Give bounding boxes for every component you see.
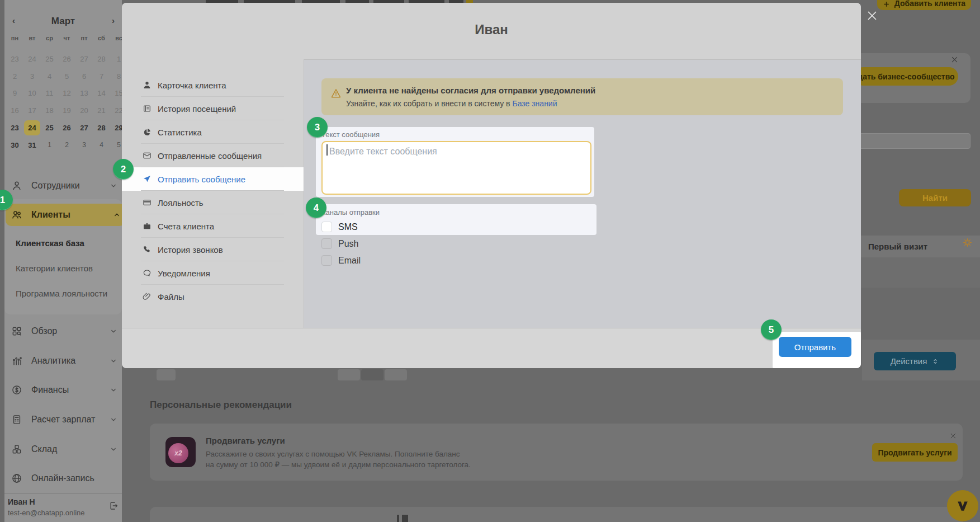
sidebar-nav-item[interactable]: Склад	[4, 434, 122, 464]
sidebar-submenu-item[interactable]: Категории клиентов	[4, 256, 122, 281]
sms-checkbox[interactable]	[321, 222, 332, 232]
modal-menu-item[interactable]: Карточка клиента	[122, 73, 304, 97]
modal-menu-item[interactable]: Статистика	[122, 120, 304, 144]
calendar-day[interactable]: 26	[58, 50, 75, 68]
vk-ads-icon: x2	[165, 437, 196, 467]
modal-menu-item[interactable]: Счета клиента	[122, 214, 304, 238]
gear-icon[interactable]	[963, 238, 972, 247]
email-checkbox[interactable]	[321, 255, 332, 266]
modal-menu-item[interactable]: Отправленные сообщения	[122, 144, 304, 167]
modal-menu-item[interactable]: Лояльность	[122, 191, 304, 214]
sidebar-nav-item[interactable]: Финансы	[4, 375, 122, 405]
knowledge-base-link[interactable]: Базе знаний	[512, 99, 557, 108]
modal-close-icon[interactable]	[865, 9, 879, 22]
page-cell[interactable]	[385, 369, 407, 380]
close-icon[interactable]	[949, 432, 957, 440]
calendar-day[interactable]: 7	[93, 68, 110, 85]
calendar-day[interactable]: 10	[23, 85, 41, 102]
find-button[interactable]: Найти	[899, 189, 971, 206]
calendar-day[interactable]: 27	[75, 50, 93, 68]
calendar-day[interactable]: 24	[23, 119, 41, 137]
sidebar-submenu-item[interactable]: Клиентская база	[4, 231, 122, 256]
calendar-day[interactable]: 14	[93, 85, 110, 102]
calendar-day[interactable]: 4	[93, 137, 110, 154]
sidebar-nav-item[interactable]: Клиенты	[6, 204, 125, 226]
calendar-day[interactable]: 21	[93, 102, 110, 119]
calendar-day[interactable]: 25	[41, 50, 58, 68]
calendar-day[interactable]: 26	[58, 119, 75, 137]
client-search-input[interactable]	[854, 133, 970, 149]
create-community-button[interactable]: дать бизнес-сообщество	[854, 67, 958, 86]
promo-card-text: Расскажите о своих услугах с помощью VK …	[206, 450, 460, 458]
modal-menu-item[interactable]: История звонков	[122, 238, 304, 261]
calendar-weekday: сб	[93, 35, 110, 44]
x2-badge: x2	[168, 443, 188, 463]
sidebar-nav-item[interactable]: Расчет зарплат	[4, 405, 122, 435]
pagination[interactable]	[338, 369, 407, 380]
calendar-day[interactable]: 16	[6, 102, 23, 119]
calendar-day[interactable]: 13	[75, 85, 93, 102]
modal-menu-item[interactable]: История посещений	[122, 97, 304, 120]
people-icon	[11, 209, 22, 220]
calendar-day[interactable]: 28	[93, 50, 110, 68]
calendar-day[interactable]: 20	[75, 102, 93, 119]
calendar-day[interactable]: 30	[6, 137, 23, 154]
calendar-day[interactable]: 1	[41, 137, 58, 154]
calendar-day[interactable]: 31	[23, 137, 41, 154]
chevron-icon	[113, 211, 121, 219]
push-checkbox[interactable]	[321, 238, 332, 249]
calendar-day[interactable]: 2	[58, 137, 75, 154]
sidebar-nav-item[interactable]: Обзор	[4, 317, 122, 346]
close-icon[interactable]	[950, 55, 959, 64]
sidebar-nav-item[interactable]: Аналитика	[4, 346, 122, 376]
calendar-prev-button[interactable]: ‹	[12, 16, 15, 25]
user-name: Иван Н	[8, 497, 35, 506]
calendar-day[interactable]: 6	[75, 68, 93, 85]
calendar-day[interactable]: 18	[41, 102, 58, 119]
calendar-day[interactable]: 5	[58, 68, 75, 85]
calendar-weekday: ср	[41, 35, 58, 44]
sidebar-nav-item[interactable]: Онлайн-запись	[4, 464, 122, 493]
calendar-day[interactable]: 24	[23, 50, 41, 68]
warning-text: Узнайте, как их собрать и внести в систе…	[346, 99, 557, 108]
calendar-day[interactable]: 9	[6, 85, 23, 102]
chat-widget-button[interactable]	[947, 490, 978, 521]
modal-menu-item[interactable]: Отправить сообщение	[122, 167, 304, 191]
sidebar-submenu-item[interactable]: Программа лояльности	[4, 281, 122, 306]
add-client-button[interactable]: Добавить клиента	[877, 0, 971, 10]
promote-services-button[interactable]: Продвигать услуги	[872, 443, 958, 462]
calendar-day[interactable]: 4	[41, 68, 58, 85]
modal-footer	[122, 328, 861, 368]
calendar-day[interactable]: 23	[6, 119, 23, 137]
calendar-day[interactable]: 23	[6, 50, 23, 68]
calendar-day[interactable]: 28	[93, 119, 110, 137]
calendar-day[interactable]: 3	[23, 68, 41, 85]
sidebar-nav-bottom: Обзор Аналитика Финансы Расчет зарплат С…	[4, 317, 122, 493]
calendar-day[interactable]: 12	[58, 85, 75, 102]
modal-menu-item[interactable]: Файлы	[122, 285, 304, 308]
send-button[interactable]: Отправить	[779, 337, 851, 357]
calendar-day[interactable]: 2	[6, 68, 23, 85]
modal-menu-item[interactable]: Уведомления	[122, 261, 304, 285]
actions-button[interactable]: Действия	[874, 352, 956, 370]
calendar-next-button[interactable]: ›	[112, 16, 115, 25]
calendar-weekday: чт	[58, 35, 75, 44]
calendar-day[interactable]: 25	[41, 119, 58, 137]
calendar-day[interactable]: 17	[23, 102, 41, 119]
calendar-day[interactable]: 27	[75, 119, 93, 137]
sidebar-nav-item[interactable]: Сотрудники	[4, 172, 122, 199]
sms-label[interactable]: SMS	[338, 222, 358, 232]
calendar-day[interactable]: 3	[75, 137, 93, 154]
calendar-day[interactable]: 19	[58, 102, 75, 119]
coin-icon	[11, 384, 22, 396]
logout-icon[interactable]	[108, 501, 119, 511]
message-textarea[interactable]	[321, 141, 591, 195]
page-size-box[interactable]	[157, 369, 176, 380]
push-label[interactable]: Push	[338, 239, 358, 249]
channels-label: Каналы отправки	[321, 208, 380, 217]
page-cell-active[interactable]	[361, 369, 384, 380]
email-label[interactable]: Email	[338, 256, 361, 266]
page-cell[interactable]	[338, 369, 360, 380]
clients-submenu: Клиентская базаКатегории клиентовПрограм…	[4, 231, 122, 306]
calendar-day[interactable]: 11	[41, 85, 58, 102]
